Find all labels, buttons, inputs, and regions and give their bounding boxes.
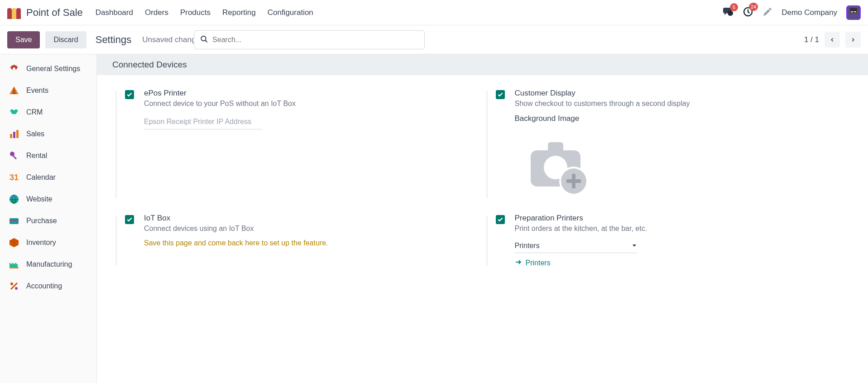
settings-sidebar: General Settings Events CRM Sales Rental… [0,54,97,383]
topbar: Point of Sale Dashboard Orders Products … [0,0,868,25]
avatar[interactable] [846,5,861,20]
sidebar-item-label: Sales [26,130,44,138]
epos-ip-input[interactable] [144,114,262,129]
app-title[interactable]: Point of Sale [26,7,83,19]
sidebar-item-label: Website [26,195,53,203]
setting-desc: Print orders at the kitchen, at the bar,… [515,225,846,233]
svg-rect-28 [566,179,581,183]
sidebar-item-label: Calendar [26,173,56,182]
nav-dashboard[interactable]: Dashboard [96,8,133,17]
setting-desc: Show checkout to customers through a sec… [515,100,846,108]
sidebar-item-sales[interactable]: Sales [0,123,96,145]
tent-icon [8,85,20,96]
svg-rect-11 [13,132,15,138]
background-image-label: Background Image [515,114,846,123]
svg-rect-10 [10,134,12,138]
pager-text: 1 / 1 [804,35,819,44]
pager-next[interactable] [845,32,861,48]
pager-prev[interactable] [825,32,840,48]
main-panel: Connected Devices ePos Printer Connect d… [97,54,868,383]
chevron-down-icon [632,242,637,250]
svg-rect-16 [10,218,19,224]
setting-desc: Connect devices using an IoT Box [144,225,475,233]
setting-iot-box: IoT Box Connect devices using an IoT Box… [122,214,475,268]
svg-rect-12 [16,130,19,138]
svg-point-7 [201,36,206,41]
sidebar-item-label: Rental [26,152,47,160]
sidebar-item-purchase[interactable]: Purchase [0,210,96,232]
nav-links: Dashboard Orders Products Reporting Conf… [96,8,313,17]
box-icon [8,237,20,249]
svg-rect-18 [10,267,19,268]
setting-title: IoT Box [144,214,475,223]
setting-title: Customer Display [515,89,846,98]
factory-icon [8,259,20,270]
key-icon [8,150,20,162]
search-input[interactable] [194,30,425,49]
setting-desc: Connect device to your PoS without an Io… [144,100,475,108]
setting-preparation-printers: Preparation Printers Print orders at the… [493,214,846,268]
sidebar-item-label: General Settings [26,65,80,73]
topbar-right: 5 24 Demo Company [723,5,861,20]
nav-configuration[interactable]: Configuration [268,8,313,17]
pager: 1 / 1 [804,32,861,48]
link-label: Printers [526,259,551,267]
svg-rect-14 [13,155,17,159]
search-wrap [194,30,425,49]
setting-title: Preparation Printers [515,214,846,223]
svg-rect-6 [850,8,857,11]
chart-icon [8,128,20,140]
nav-products[interactable]: Products [180,8,211,17]
svg-point-9 [13,67,15,70]
sidebar-item-label: Manufacturing [26,260,72,268]
sidebar-item-label: Purchase [26,217,57,225]
nav-reporting[interactable]: Reporting [222,8,256,17]
sidebar-item-general-settings[interactable]: General Settings [0,58,96,80]
activities-badge: 24 [749,3,758,11]
sidebar-item-manufacturing[interactable]: Manufacturing [0,254,96,275]
discard-button[interactable]: Discard [45,31,86,48]
globe-icon [8,193,20,205]
setting-title: ePos Printer [144,89,475,98]
checkbox-customer-display[interactable] [496,90,505,99]
setting-epos-printer: ePos Printer Connect device to your PoS … [122,89,475,200]
sidebar-item-rental[interactable]: Rental [0,145,96,167]
sidebar-item-accounting[interactable]: Accounting [0,275,96,297]
save-button[interactable]: Save [7,31,40,48]
sidebar-item-inventory[interactable]: Inventory [0,232,96,254]
sidebar-item-label: Accounting [26,282,62,290]
dropdown-label: Printers [515,242,540,250]
company-selector[interactable]: Demo Company [782,8,837,17]
printers-link[interactable]: Printers [515,259,846,268]
messages-icon[interactable]: 5 [723,7,734,18]
checkbox-prep-printers[interactable] [496,215,505,224]
svg-point-19 [10,282,13,285]
checkbox-epos[interactable] [125,90,134,99]
svg-rect-17 [10,220,19,221]
sidebar-item-events[interactable]: Events [0,80,96,101]
search-icon [200,35,208,44]
svg-line-8 [205,40,207,42]
sidebar-item-crm[interactable]: CRM [0,101,96,123]
tools-icon[interactable] [762,7,772,18]
background-image-upload[interactable] [515,132,601,200]
app-icon [7,6,22,19]
checkbox-iot-box[interactable] [125,215,134,224]
sidebar-item-label: Events [26,86,48,95]
printers-dropdown[interactable]: Printers [515,239,637,253]
sidebar-item-website[interactable]: Website [0,188,96,210]
card-icon [8,215,20,227]
arrow-right-icon [515,259,522,268]
sidebar-item-calendar[interactable]: 31 Calendar [0,167,96,188]
gear-icon [8,63,20,75]
activities-icon[interactable]: 24 [743,6,753,19]
messages-badge: 5 [730,3,738,11]
svg-rect-23 [548,142,563,153]
svg-point-20 [15,287,18,290]
actionbar: Save Discard Settings Unsaved changes 1 … [0,25,868,54]
sidebar-item-label: Inventory [26,239,56,247]
svg-marker-29 [633,244,636,247]
iot-warning: Save this page and come back here to set… [144,239,475,247]
nav-orders[interactable]: Orders [145,8,168,17]
setting-customer-display: Customer Display Show checkout to custom… [493,89,846,200]
